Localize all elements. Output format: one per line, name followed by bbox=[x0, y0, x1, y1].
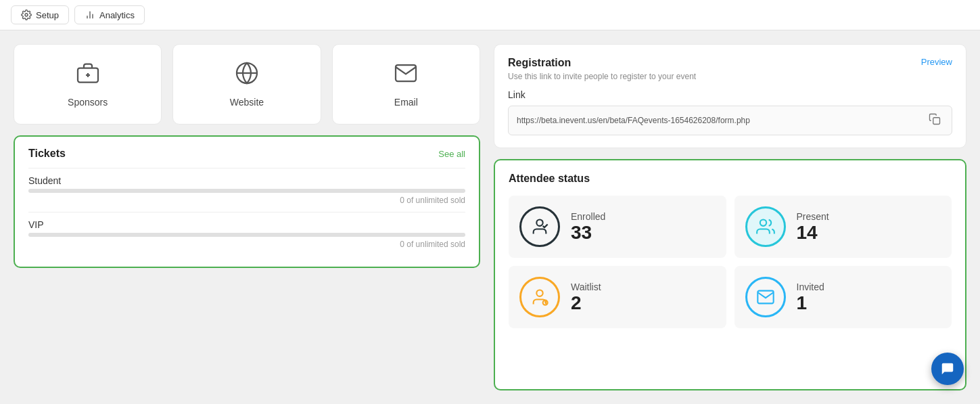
present-label: Present bbox=[797, 211, 829, 222]
invited-label: Invited bbox=[797, 282, 824, 292]
enrolled-label: Enrolled bbox=[571, 211, 605, 222]
see-all-link[interactable]: See all bbox=[438, 149, 465, 159]
setup-icon bbox=[21, 9, 32, 20]
tickets-box: Tickets See all Student 0 of unlimited s… bbox=[14, 135, 480, 268]
ticket-student-count: 0 of unlimited sold bbox=[28, 196, 465, 205]
present-card: Present 14 bbox=[734, 196, 952, 258]
copy-icon bbox=[929, 113, 941, 125]
enrolled-icon bbox=[519, 206, 560, 247]
website-icon bbox=[235, 61, 259, 90]
attendee-status-title: Attendee status bbox=[509, 173, 952, 185]
website-label: Website bbox=[230, 97, 264, 108]
invited-info: Invited 1 bbox=[797, 282, 824, 313]
copy-link-button[interactable] bbox=[926, 112, 943, 129]
icon-cards-row: Sponsors Website bbox=[14, 44, 480, 125]
tickets-title: Tickets bbox=[28, 148, 66, 160]
ticket-vip-name: VIP bbox=[28, 219, 465, 230]
enrolled-card: Enrolled 33 bbox=[509, 196, 726, 258]
enrolled-count: 33 bbox=[571, 223, 605, 242]
waitlist-icon bbox=[519, 277, 560, 317]
left-panel: Sponsors Website bbox=[14, 44, 480, 390]
svg-point-7 bbox=[536, 220, 542, 226]
invited-card: Invited 1 bbox=[734, 266, 952, 328]
waitlist-info: Waitlist 2 bbox=[571, 282, 601, 313]
present-icon bbox=[745, 206, 786, 247]
waitlist-card: Waitlist 2 bbox=[509, 266, 726, 328]
tab-setup[interactable]: Setup bbox=[11, 5, 69, 24]
registration-subtitle: Use this link to invite people to regist… bbox=[508, 72, 952, 81]
attendee-status-box: Attendee status Enrolled 33 bbox=[494, 159, 966, 390]
svg-rect-6 bbox=[933, 118, 940, 125]
svg-point-0 bbox=[25, 14, 28, 16]
preview-link[interactable]: Preview bbox=[921, 57, 952, 67]
sponsors-icon bbox=[76, 61, 100, 90]
svg-line-12 bbox=[545, 302, 546, 303]
svg-point-9 bbox=[536, 290, 542, 296]
chat-icon bbox=[940, 361, 955, 376]
main-content: Sponsors Website bbox=[0, 30, 980, 404]
analytics-tab-label: Analytics bbox=[99, 10, 135, 20]
waitlist-count: 2 bbox=[571, 294, 601, 313]
email-icon bbox=[394, 61, 418, 90]
sponsors-label: Sponsors bbox=[68, 97, 108, 108]
ticket-vip-count: 0 of unlimited sold bbox=[28, 240, 465, 249]
top-bar: Setup Analytics bbox=[0, 0, 980, 30]
ticket-vip-bar bbox=[28, 233, 465, 237]
registration-title: Registration bbox=[508, 57, 571, 69]
ticket-student-name: Student bbox=[28, 175, 465, 186]
link-label: Link bbox=[508, 89, 952, 100]
chat-fab-button[interactable] bbox=[931, 353, 964, 385]
present-info: Present 14 bbox=[797, 211, 829, 242]
waitlist-label: Waitlist bbox=[571, 282, 601, 292]
ticket-student-bar bbox=[28, 189, 465, 193]
tab-analytics[interactable]: Analytics bbox=[74, 5, 145, 24]
status-grid: Enrolled 33 Presen bbox=[509, 196, 952, 328]
right-panel: Registration Preview Use this link to in… bbox=[494, 44, 966, 390]
ticket-student: Student 0 of unlimited sold bbox=[28, 168, 465, 212]
website-card[interactable]: Website bbox=[172, 44, 321, 125]
link-field: https://beta.inevent.us/en/beta/FAQevent… bbox=[508, 106, 952, 135]
email-card[interactable]: Email bbox=[332, 44, 480, 125]
present-count: 14 bbox=[797, 223, 829, 242]
analytics-icon bbox=[85, 9, 95, 20]
registration-box: Registration Preview Use this link to in… bbox=[494, 44, 966, 148]
reg-header: Registration Preview bbox=[508, 57, 952, 69]
invited-count: 1 bbox=[797, 294, 824, 313]
setup-tab-label: Setup bbox=[36, 10, 59, 20]
invited-icon bbox=[745, 277, 786, 317]
ticket-vip: VIP 0 of unlimited sold bbox=[28, 212, 465, 256]
tickets-header: Tickets See all bbox=[28, 148, 465, 160]
sponsors-card[interactable]: Sponsors bbox=[14, 44, 162, 125]
email-label: Email bbox=[394, 97, 418, 108]
registration-url: https://beta.inevent.us/en/beta/FAQevent… bbox=[517, 116, 920, 125]
enrolled-info: Enrolled 33 bbox=[571, 211, 605, 242]
svg-point-8 bbox=[760, 220, 766, 226]
